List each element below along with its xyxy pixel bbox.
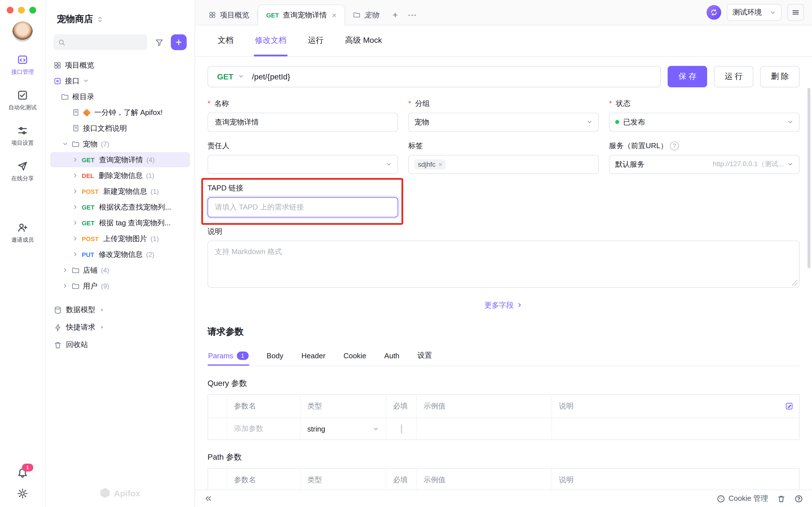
- close-tab-icon[interactable]: ×: [332, 11, 336, 20]
- name-input[interactable]: [214, 117, 392, 127]
- run-button[interactable]: 运 行: [714, 66, 753, 87]
- sidebar-item-label: 新建宠物信息: [103, 186, 147, 196]
- scrollbar-thumb[interactable]: [808, 88, 810, 268]
- rail-item-online-share[interactable]: 在线分享: [0, 161, 45, 182]
- sidebar-api-item[interactable]: PUT 修改宠物信息 (2): [50, 247, 190, 262]
- trash-icon[interactable]: [777, 494, 785, 503]
- sidebar-api-item[interactable]: GET 根据 tag 查询宠物列...: [50, 215, 190, 230]
- document-icon: [72, 124, 80, 132]
- params-tab-body[interactable]: Body: [266, 345, 284, 365]
- required-cell: [386, 418, 416, 440]
- method-select[interactable]: GET: [208, 72, 251, 81]
- sidebar-api-item[interactable]: POST 新建宠物信息 (1): [50, 184, 190, 199]
- sidebar-item-quick-requests[interactable]: 快捷请求: [50, 319, 190, 336]
- tapd-link-input[interactable]: [214, 203, 392, 212]
- more-tabs-button[interactable]: ⋯: [404, 6, 421, 25]
- cookie-manager-button[interactable]: Cookie 管理: [717, 494, 768, 504]
- group-value: 宠物: [414, 117, 429, 127]
- params-tab-cookie[interactable]: Cookie: [343, 345, 367, 365]
- tab-project-overview[interactable]: 项目概览: [201, 6, 257, 25]
- edit-table-icon[interactable]: [785, 402, 794, 410]
- sidebar-folder-root[interactable]: 根目录: [50, 89, 190, 104]
- owner-select[interactable]: [207, 155, 398, 174]
- param-type-cell[interactable]: string: [300, 418, 386, 440]
- remove-tag-icon[interactable]: ×: [439, 161, 442, 168]
- sidebar-item-recycle-bin[interactable]: 回收站: [50, 336, 190, 353]
- settings-button[interactable]: [17, 488, 28, 499]
- help-icon[interactable]: ?: [670, 142, 679, 151]
- rail-item-invite-members[interactable]: 邀请成员: [0, 222, 45, 244]
- subtab-run[interactable]: 运行: [307, 25, 325, 56]
- sidebar-api-item[interactable]: DEL 删除宠物信息 (1): [50, 168, 190, 183]
- field-tags: 标签 sdjhfc×: [408, 141, 599, 174]
- params-tab-settings[interactable]: 设置: [417, 345, 433, 365]
- tab-get-pet-detail[interactable]: GET 查询宠物详情 ×: [258, 4, 345, 25]
- tab-label: 查询宠物详情: [283, 10, 327, 20]
- more-fields-link[interactable]: 更多字段: [207, 300, 800, 311]
- description-textarea[interactable]: [214, 245, 796, 285]
- folder-icon: [71, 140, 80, 148]
- sidebar-folder-store[interactable]: 店铺 (4): [50, 263, 190, 278]
- collapse-sidebar-button[interactable]: [204, 495, 212, 503]
- sidebar-api-item[interactable]: GET 根据状态查找宠物列...: [50, 200, 190, 215]
- sync-button[interactable]: [707, 5, 721, 20]
- sidebar-api-item-selected[interactable]: GET 查询宠物详情 (4): [50, 152, 190, 167]
- sidebar-item-data-models[interactable]: 数据模型: [50, 301, 190, 318]
- save-button[interactable]: 保 存: [668, 66, 707, 87]
- rail-item-api-management[interactable]: 接口管理: [0, 54, 45, 76]
- add-button[interactable]: [171, 34, 187, 50]
- hamburger-menu-button[interactable]: [787, 4, 804, 21]
- search-input[interactable]: [69, 38, 143, 47]
- sidebar-folder-pets[interactable]: 宠物 (7): [50, 136, 190, 152]
- subtab-doc[interactable]: 文档: [216, 25, 235, 56]
- example-cell[interactable]: [416, 418, 552, 440]
- service-select[interactable]: 默认服务 http://127.0.0.1（测试...: [609, 155, 800, 174]
- resize-handle[interactable]: [792, 280, 797, 286]
- params-tab-header[interactable]: Header: [301, 345, 326, 365]
- sidebar-doc-item[interactable]: 一分钟，了解 Apifox!: [50, 105, 190, 120]
- tags-input[interactable]: sdjhfc×: [408, 155, 599, 174]
- url-input[interactable]: [251, 71, 661, 82]
- delete-button[interactable]: 删 除: [760, 66, 800, 87]
- chevron-right-icon: [62, 267, 68, 273]
- close-window-button[interactable]: [7, 7, 13, 13]
- subtab-edit-doc[interactable]: 修改文档: [254, 25, 288, 56]
- sidebar-item-interface[interactable]: 接口: [50, 73, 190, 89]
- chevron-right-icon: [72, 172, 79, 179]
- status-select[interactable]: 已发布: [609, 113, 800, 132]
- avatar[interactable]: [12, 21, 33, 42]
- project-switcher[interactable]: 宠物商店: [46, 0, 195, 25]
- new-tab-button[interactable]: +: [387, 6, 404, 25]
- params-tab-auth[interactable]: Auth: [384, 345, 400, 365]
- desc-cell[interactable]: [552, 418, 799, 440]
- sidebar-api-item[interactable]: POST 上传宠物图片 (1): [50, 231, 190, 246]
- tab-preview-pets[interactable]: 宠物: [345, 6, 387, 25]
- sidebar: 宠物商店 项目概览 接口: [46, 0, 195, 507]
- group-select[interactable]: 宠物: [408, 113, 599, 132]
- sidebar-doc-item[interactable]: 接口文档说明: [50, 121, 190, 136]
- cookie-icon: [717, 494, 725, 503]
- params-tab-params[interactable]: Params 1: [207, 345, 249, 365]
- zoom-window-button[interactable]: [29, 7, 36, 13]
- search-box[interactable]: [54, 34, 147, 50]
- rail-item-label: 自动化测试: [8, 104, 37, 112]
- rail-item-project-settings[interactable]: 项目设置: [0, 125, 45, 147]
- sidebar-folder-users[interactable]: 用户 (9): [50, 278, 190, 293]
- subtab-advanced-mock[interactable]: 高级 Mock: [344, 25, 383, 56]
- environment-select[interactable]: 测试环境: [727, 4, 781, 21]
- path-params-title: Path 参数: [207, 452, 800, 462]
- filter-button[interactable]: [152, 35, 166, 50]
- help-icon[interactable]: [795, 494, 803, 503]
- notifications-button[interactable]: 1: [17, 467, 28, 479]
- path-params-table: 参数名 类型 必填 示例值 说明 petId string: [207, 468, 800, 490]
- sidebar-item-project-overview[interactable]: 项目概览: [50, 57, 190, 73]
- required-checkbox[interactable]: [401, 424, 402, 434]
- param-name-cell[interactable]: 添加参数: [227, 418, 300, 440]
- rail-item-automated-testing[interactable]: 自动化测试: [0, 90, 45, 112]
- minimize-window-button[interactable]: [18, 7, 25, 13]
- doc-subtabs: 文档 修改文档 运行 高级 Mock: [195, 25, 812, 57]
- column-header-required: 必填: [386, 468, 416, 490]
- chevron-right-icon: [62, 283, 68, 289]
- field-label: 责任人: [207, 141, 398, 151]
- apifox-watermark: Apifox: [46, 488, 195, 498]
